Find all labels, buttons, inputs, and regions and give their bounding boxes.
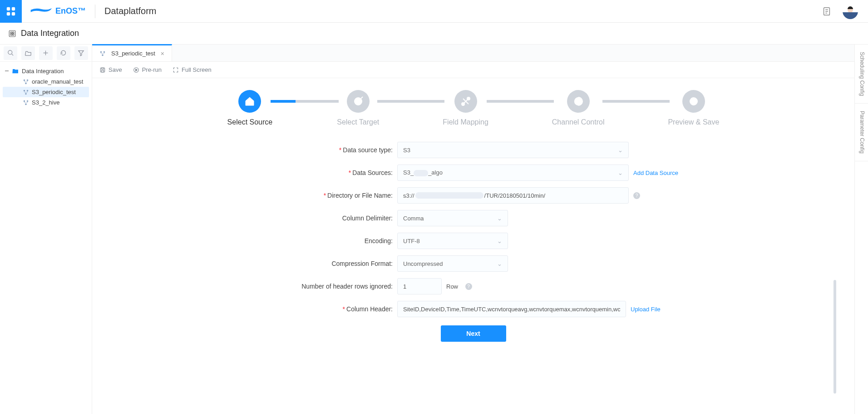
wizard: Select Source Select Target Field Mappin…: [92, 78, 854, 351]
select-encoding[interactable]: UTF-8 ⌄: [397, 233, 508, 249]
dock-tab-parameter-config[interactable]: Parameter Config: [855, 104, 868, 161]
tree-item-s3-2-hive[interactable]: S3_2_hive: [3, 97, 89, 108]
input-header-rows[interactable]: [397, 278, 442, 294]
action-bar: Save Pre-run Full Screen: [92, 62, 854, 78]
svg-point-31: [104, 51, 105, 53]
refresh-icon: [60, 50, 67, 56]
select-value: UTF-8: [403, 238, 420, 244]
file-tree: Data Integration oracle_manual_test S3_p…: [0, 62, 92, 111]
add-button[interactable]: [39, 46, 53, 60]
step-preview-save[interactable]: Preview & Save: [668, 90, 719, 126]
save-icon: [99, 67, 106, 73]
redacted-text: [414, 170, 428, 176]
tree-root[interactable]: Data Integration: [3, 65, 89, 76]
center-panel: S3_periodic_test × Save Pre-run Full Scr…: [92, 45, 854, 414]
scrollbar-thumb[interactable]: [833, 280, 836, 394]
input-directory[interactable]: s3:///TUR/20180501/10min/: [397, 187, 629, 204]
svg-point-28: [27, 100, 29, 102]
dock-tab-scheduling-config[interactable]: Scheduling Config: [855, 45, 868, 104]
unit-row: Row ?: [446, 283, 472, 290]
brand-area: EnOS™ Dataplatform: [22, 5, 165, 18]
step-connector: [602, 100, 670, 103]
step-field-mapping[interactable]: Field Mapping: [443, 90, 488, 126]
select-compression[interactable]: Uncompressed ⌄: [397, 255, 508, 272]
prerun-action[interactable]: Pre-run: [133, 66, 162, 73]
search-button[interactable]: [4, 46, 17, 60]
input-column-header[interactable]: [397, 301, 626, 317]
user-avatar[interactable]: [843, 4, 858, 19]
brand-divider: [95, 5, 95, 18]
flow-node-icon: [23, 79, 29, 85]
label-encoding: Encoding:: [110, 237, 397, 244]
tree-item-oracle-manual-test[interactable]: oracle_manual_test: [3, 76, 89, 87]
question-icon[interactable]: ?: [465, 283, 472, 290]
folder-filled-icon: [12, 67, 19, 75]
svg-point-29: [25, 103, 27, 105]
svg-rect-3: [12, 12, 15, 15]
data-integration-icon: [8, 30, 16, 38]
filter-button[interactable]: [74, 46, 88, 60]
question-icon[interactable]: ?: [633, 192, 640, 199]
redacted-text: [415, 192, 483, 199]
svg-point-26: [25, 93, 27, 95]
step-label: Select Target: [337, 118, 379, 126]
svg-point-24: [24, 90, 25, 91]
label-data-source-type: *Data source type:: [110, 146, 397, 154]
svg-rect-11: [10, 32, 12, 33]
folder-icon: [25, 50, 32, 56]
docs-icon[interactable]: [822, 6, 832, 16]
svg-rect-2: [7, 12, 10, 15]
tab-label: S3_periodic_test: [111, 50, 155, 57]
channel-icon: [573, 96, 584, 107]
tree-item-label: S3_2_hive: [32, 99, 59, 106]
fullscreen-action[interactable]: Full Screen: [173, 66, 212, 73]
add-data-source-link[interactable]: Add Data Source: [633, 170, 678, 176]
input-header-rows-field[interactable]: [403, 283, 436, 290]
right-dock: Scheduling Config Parameter Config: [854, 45, 868, 414]
row-encoding: Encoding: UTF-8 ⌄: [110, 233, 836, 249]
step-channel-control[interactable]: Channel Control: [552, 90, 605, 126]
chevron-down-icon: ⌄: [618, 170, 623, 176]
tab-s3-periodic-test[interactable]: S3_periodic_test ×: [92, 44, 172, 61]
svg-rect-13: [10, 34, 12, 35]
page-title-bar: Data Integration: [0, 23, 868, 45]
select-value: Comma: [403, 215, 424, 222]
step-indicator: Select Source Select Target Field Mappin…: [110, 90, 836, 126]
search-icon: [7, 50, 14, 56]
tab-close-button[interactable]: ×: [161, 50, 164, 57]
svg-rect-0: [7, 7, 10, 10]
row-data-sources: *Data Sources: S3__algo ⌄ Add Data Sourc…: [110, 165, 836, 181]
step-connector: [487, 100, 554, 103]
upload-file-link[interactable]: Upload File: [631, 306, 661, 313]
product-name: Dataplatform: [104, 6, 157, 16]
svg-point-21: [24, 79, 25, 81]
select-value: Uncompressed: [403, 260, 443, 267]
svg-rect-35: [102, 70, 104, 72]
step-select-target[interactable]: Select Target: [337, 90, 379, 126]
step-label: Preview & Save: [668, 118, 719, 126]
tree-item-label: S3_periodic_test: [32, 89, 76, 95]
svg-point-15: [8, 50, 12, 55]
svg-point-39: [357, 100, 360, 103]
step-select-source[interactable]: Select Source: [227, 90, 273, 126]
apps-menu-button[interactable]: [0, 0, 22, 23]
save-action[interactable]: Save: [99, 66, 122, 73]
select-column-delimiter[interactable]: Comma ⌄: [397, 210, 508, 226]
chevron-down-icon: ⌄: [497, 215, 502, 222]
svg-point-22: [27, 79, 29, 81]
svg-rect-33: [100, 68, 104, 72]
fullscreen-icon: [173, 67, 179, 73]
svg-point-23: [25, 82, 27, 84]
next-button[interactable]: Next: [441, 325, 506, 342]
chevron-down-icon: ⌄: [618, 147, 623, 154]
tree-item-s3-periodic-test[interactable]: S3_periodic_test: [3, 87, 89, 97]
apps-grid-icon: [6, 6, 16, 16]
row-compression: Compression Format: Uncompressed ⌄: [110, 255, 836, 272]
select-data-sources[interactable]: S3__algo ⌄: [397, 165, 629, 181]
select-data-source-type[interactable]: S3 ⌄: [397, 142, 629, 158]
input-column-header-field[interactable]: [403, 306, 620, 313]
refresh-button[interactable]: [57, 46, 70, 60]
form-area: *Data source type: S3 ⌄ *Data Sources: S…: [110, 142, 836, 351]
folder-button[interactable]: [21, 46, 35, 60]
brand-text: EnOS™: [55, 6, 86, 16]
